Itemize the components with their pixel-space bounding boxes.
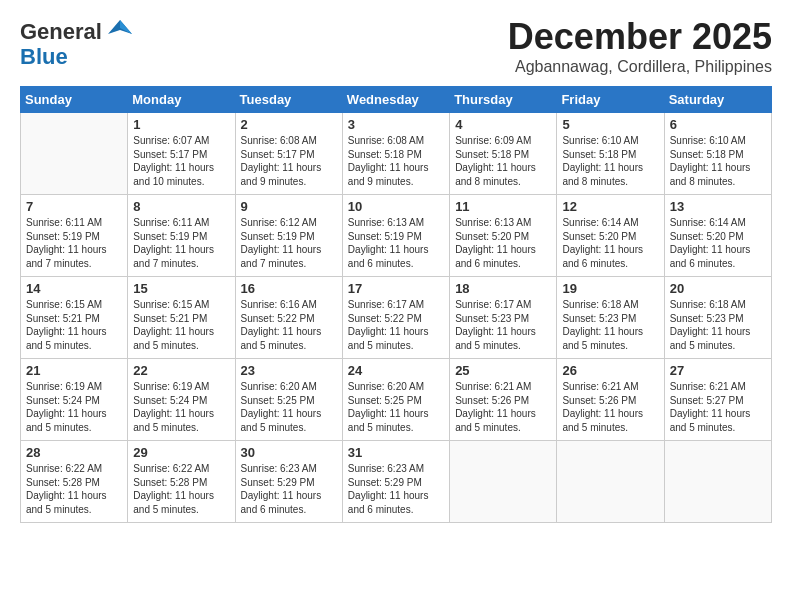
calendar-cell: 15Sunrise: 6:15 AM Sunset: 5:21 PM Dayli… — [128, 277, 235, 359]
calendar-cell: 24Sunrise: 6:20 AM Sunset: 5:25 PM Dayli… — [342, 359, 449, 441]
day-number: 21 — [26, 363, 122, 378]
cell-sun-info: Sunrise: 6:18 AM Sunset: 5:23 PM Dayligh… — [670, 298, 766, 352]
cell-sun-info: Sunrise: 6:11 AM Sunset: 5:19 PM Dayligh… — [133, 216, 229, 270]
calendar-cell: 14Sunrise: 6:15 AM Sunset: 5:21 PM Dayli… — [21, 277, 128, 359]
cell-sun-info: Sunrise: 6:08 AM Sunset: 5:18 PM Dayligh… — [348, 134, 444, 188]
day-number: 1 — [133, 117, 229, 132]
calendar-cell: 22Sunrise: 6:19 AM Sunset: 5:24 PM Dayli… — [128, 359, 235, 441]
day-number: 6 — [670, 117, 766, 132]
day-number: 3 — [348, 117, 444, 132]
cell-sun-info: Sunrise: 6:07 AM Sunset: 5:17 PM Dayligh… — [133, 134, 229, 188]
calendar-cell: 26Sunrise: 6:21 AM Sunset: 5:26 PM Dayli… — [557, 359, 664, 441]
cell-sun-info: Sunrise: 6:13 AM Sunset: 5:20 PM Dayligh… — [455, 216, 551, 270]
calendar-cell — [664, 441, 771, 523]
calendar-cell: 21Sunrise: 6:19 AM Sunset: 5:24 PM Dayli… — [21, 359, 128, 441]
cell-sun-info: Sunrise: 6:18 AM Sunset: 5:23 PM Dayligh… — [562, 298, 658, 352]
day-number: 12 — [562, 199, 658, 214]
cell-sun-info: Sunrise: 6:23 AM Sunset: 5:29 PM Dayligh… — [241, 462, 337, 516]
calendar-header-row: SundayMondayTuesdayWednesdayThursdayFrid… — [21, 87, 772, 113]
header: General Blue December 2025 Agbannawag, C… — [20, 16, 772, 76]
calendar-cell: 23Sunrise: 6:20 AM Sunset: 5:25 PM Dayli… — [235, 359, 342, 441]
calendar-cell: 12Sunrise: 6:14 AM Sunset: 5:20 PM Dayli… — [557, 195, 664, 277]
calendar-cell: 8Sunrise: 6:11 AM Sunset: 5:19 PM Daylig… — [128, 195, 235, 277]
cell-sun-info: Sunrise: 6:23 AM Sunset: 5:29 PM Dayligh… — [348, 462, 444, 516]
calendar-cell: 30Sunrise: 6:23 AM Sunset: 5:29 PM Dayli… — [235, 441, 342, 523]
calendar-cell: 28Sunrise: 6:22 AM Sunset: 5:28 PM Dayli… — [21, 441, 128, 523]
calendar-cell: 27Sunrise: 6:21 AM Sunset: 5:27 PM Dayli… — [664, 359, 771, 441]
calendar-day-header: Saturday — [664, 87, 771, 113]
calendar-week-row: 21Sunrise: 6:19 AM Sunset: 5:24 PM Dayli… — [21, 359, 772, 441]
month-title: December 2025 — [508, 16, 772, 58]
day-number: 25 — [455, 363, 551, 378]
cell-sun-info: Sunrise: 6:15 AM Sunset: 5:21 PM Dayligh… — [133, 298, 229, 352]
calendar-cell: 11Sunrise: 6:13 AM Sunset: 5:20 PM Dayli… — [450, 195, 557, 277]
cell-sun-info: Sunrise: 6:22 AM Sunset: 5:28 PM Dayligh… — [133, 462, 229, 516]
cell-sun-info: Sunrise: 6:21 AM Sunset: 5:26 PM Dayligh… — [562, 380, 658, 434]
logo: General Blue — [20, 16, 134, 70]
calendar-cell — [21, 113, 128, 195]
day-number: 17 — [348, 281, 444, 296]
calendar-cell: 13Sunrise: 6:14 AM Sunset: 5:20 PM Dayli… — [664, 195, 771, 277]
calendar-cell: 18Sunrise: 6:17 AM Sunset: 5:23 PM Dayli… — [450, 277, 557, 359]
cell-sun-info: Sunrise: 6:12 AM Sunset: 5:19 PM Dayligh… — [241, 216, 337, 270]
cell-sun-info: Sunrise: 6:08 AM Sunset: 5:17 PM Dayligh… — [241, 134, 337, 188]
calendar-cell: 2Sunrise: 6:08 AM Sunset: 5:17 PM Daylig… — [235, 113, 342, 195]
day-number: 2 — [241, 117, 337, 132]
day-number: 23 — [241, 363, 337, 378]
cell-sun-info: Sunrise: 6:10 AM Sunset: 5:18 PM Dayligh… — [670, 134, 766, 188]
cell-sun-info: Sunrise: 6:11 AM Sunset: 5:19 PM Dayligh… — [26, 216, 122, 270]
calendar-cell: 10Sunrise: 6:13 AM Sunset: 5:19 PM Dayli… — [342, 195, 449, 277]
title-block: December 2025 Agbannawag, Cordillera, Ph… — [508, 16, 772, 76]
day-number: 22 — [133, 363, 229, 378]
calendar-cell: 19Sunrise: 6:18 AM Sunset: 5:23 PM Dayli… — [557, 277, 664, 359]
logo-general: General — [20, 19, 102, 45]
calendar-table: SundayMondayTuesdayWednesdayThursdayFrid… — [20, 86, 772, 523]
day-number: 30 — [241, 445, 337, 460]
cell-sun-info: Sunrise: 6:09 AM Sunset: 5:18 PM Dayligh… — [455, 134, 551, 188]
day-number: 14 — [26, 281, 122, 296]
cell-sun-info: Sunrise: 6:14 AM Sunset: 5:20 PM Dayligh… — [670, 216, 766, 270]
page-container: General Blue December 2025 Agbannawag, C… — [0, 0, 792, 533]
cell-sun-info: Sunrise: 6:19 AM Sunset: 5:24 PM Dayligh… — [133, 380, 229, 434]
cell-sun-info: Sunrise: 6:13 AM Sunset: 5:19 PM Dayligh… — [348, 216, 444, 270]
day-number: 8 — [133, 199, 229, 214]
calendar-cell: 5Sunrise: 6:10 AM Sunset: 5:18 PM Daylig… — [557, 113, 664, 195]
day-number: 7 — [26, 199, 122, 214]
calendar-day-header: Tuesday — [235, 87, 342, 113]
day-number: 15 — [133, 281, 229, 296]
cell-sun-info: Sunrise: 6:20 AM Sunset: 5:25 PM Dayligh… — [241, 380, 337, 434]
calendar-week-row: 7Sunrise: 6:11 AM Sunset: 5:19 PM Daylig… — [21, 195, 772, 277]
calendar-week-row: 1Sunrise: 6:07 AM Sunset: 5:17 PM Daylig… — [21, 113, 772, 195]
day-number: 16 — [241, 281, 337, 296]
day-number: 31 — [348, 445, 444, 460]
day-number: 19 — [562, 281, 658, 296]
cell-sun-info: Sunrise: 6:17 AM Sunset: 5:22 PM Dayligh… — [348, 298, 444, 352]
cell-sun-info: Sunrise: 6:15 AM Sunset: 5:21 PM Dayligh… — [26, 298, 122, 352]
calendar-day-header: Friday — [557, 87, 664, 113]
calendar-cell: 25Sunrise: 6:21 AM Sunset: 5:26 PM Dayli… — [450, 359, 557, 441]
calendar-day-header: Sunday — [21, 87, 128, 113]
calendar-day-header: Wednesday — [342, 87, 449, 113]
cell-sun-info: Sunrise: 6:20 AM Sunset: 5:25 PM Dayligh… — [348, 380, 444, 434]
cell-sun-info: Sunrise: 6:14 AM Sunset: 5:20 PM Dayligh… — [562, 216, 658, 270]
calendar-cell: 4Sunrise: 6:09 AM Sunset: 5:18 PM Daylig… — [450, 113, 557, 195]
day-number: 29 — [133, 445, 229, 460]
calendar-cell: 31Sunrise: 6:23 AM Sunset: 5:29 PM Dayli… — [342, 441, 449, 523]
calendar-cell: 7Sunrise: 6:11 AM Sunset: 5:19 PM Daylig… — [21, 195, 128, 277]
calendar-cell: 16Sunrise: 6:16 AM Sunset: 5:22 PM Dayli… — [235, 277, 342, 359]
calendar-cell: 17Sunrise: 6:17 AM Sunset: 5:22 PM Dayli… — [342, 277, 449, 359]
day-number: 27 — [670, 363, 766, 378]
cell-sun-info: Sunrise: 6:17 AM Sunset: 5:23 PM Dayligh… — [455, 298, 551, 352]
calendar-cell: 6Sunrise: 6:10 AM Sunset: 5:18 PM Daylig… — [664, 113, 771, 195]
calendar-cell — [557, 441, 664, 523]
day-number: 9 — [241, 199, 337, 214]
calendar-cell: 3Sunrise: 6:08 AM Sunset: 5:18 PM Daylig… — [342, 113, 449, 195]
calendar-cell: 29Sunrise: 6:22 AM Sunset: 5:28 PM Dayli… — [128, 441, 235, 523]
cell-sun-info: Sunrise: 6:21 AM Sunset: 5:26 PM Dayligh… — [455, 380, 551, 434]
cell-sun-info: Sunrise: 6:21 AM Sunset: 5:27 PM Dayligh… — [670, 380, 766, 434]
cell-sun-info: Sunrise: 6:10 AM Sunset: 5:18 PM Dayligh… — [562, 134, 658, 188]
day-number: 24 — [348, 363, 444, 378]
calendar-cell — [450, 441, 557, 523]
calendar-week-row: 14Sunrise: 6:15 AM Sunset: 5:21 PM Dayli… — [21, 277, 772, 359]
day-number: 10 — [348, 199, 444, 214]
